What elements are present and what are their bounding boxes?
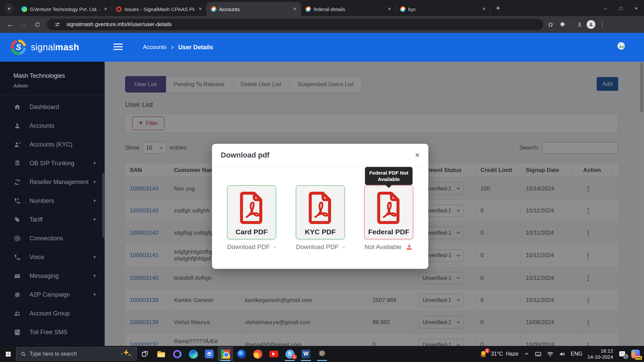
taskbar-app-ide-icon[interactable]: EE — [314, 347, 330, 361]
downloads-icon[interactable] — [575, 19, 585, 29]
download-pdf-action[interactable]: Download PDF — [227, 243, 276, 251]
sidebar-toggle-icon[interactable] — [113, 44, 123, 52]
pdf-card-label: Card PDF — [235, 228, 268, 236]
sidebar-item-label: Messaging — [30, 273, 59, 280]
sidebar-item-a2p-campaign[interactable]: A2P Campaign▼ — [0, 285, 105, 304]
window-maximize-button[interactable]: □ — [613, 0, 629, 16]
federal-pdf-tooltip: Federal PDF Not Available — [365, 167, 413, 185]
download-icon — [343, 243, 345, 251]
hexagon-icon — [14, 235, 21, 242]
brand-logo[interactable]: S signalmash — [0, 33, 105, 62]
sidebar-item-dashboard[interactable]: Dashboard — [0, 98, 105, 116]
pdf-card-box[interactable]: Federal PDF — [364, 185, 413, 239]
taskbar-app-loop-icon[interactable] — [169, 347, 185, 361]
tab-title: Issues - SignalMash CPAAS Plat — [124, 6, 195, 12]
notification-center-icon[interactable]: 1 — [618, 350, 626, 358]
modal-close-icon[interactable]: × — [415, 151, 420, 159]
taskbar-app-firefox-icon[interactable] — [250, 347, 265, 361]
gventure-favicon-icon — [21, 6, 27, 12]
windows-logo-icon — [5, 351, 11, 357]
tab-close-icon[interactable]: × — [386, 6, 392, 12]
tab-title: GVenture Technology Pvt. Ltd. - — [30, 6, 100, 12]
url-bar[interactable]: signalmash.gventure.info/#/user/user-det… — [47, 19, 543, 30]
sidebar-item-accounts[interactable]: Accounts — [0, 116, 105, 135]
home-icon — [14, 104, 21, 111]
window-minimize-button[interactable]: – — [598, 0, 613, 16]
taskbar-app-file-explorer-icon[interactable] — [153, 347, 169, 361]
sidebar-scrollbar[interactable] — [102, 173, 104, 238]
reload-button[interactable] — [32, 19, 43, 30]
new-tab-button[interactable]: + — [496, 3, 500, 13]
browser-tab-issues-signalmash-cpaas-plat[interactable]: Issues - SignalMash CPAAS Plat× — [112, 2, 207, 16]
taskbar-app-edge-icon[interactable] — [185, 347, 201, 361]
tag-icon — [14, 216, 21, 223]
sidebar-item-ob-sip-trunking[interactable]: OB SIP Trunking▼ — [0, 154, 105, 173]
window-close-button[interactable]: × — [629, 0, 644, 16]
tray-date: 14-10-2024 — [587, 354, 613, 360]
back-button[interactable]: ← — [5, 19, 16, 30]
sidebar-item-tariff[interactable]: Tariff▼ — [0, 210, 105, 229]
wifi-icon[interactable] — [547, 351, 554, 358]
browser-menu-icon[interactable]: ⋮ — [597, 19, 607, 29]
sidebar-item-accounts-kyc[interactable]: Accounts (KYC) — [0, 135, 105, 154]
signalmash-logo-icon: S — [11, 40, 26, 55]
tab-close-icon[interactable]: × — [292, 6, 298, 12]
language-indicator[interactable]: ENG — [571, 351, 583, 357]
taskbar-app-youtube-icon[interactable] — [266, 347, 281, 361]
sidebar-item-account-group[interactable]: Account Group — [0, 304, 105, 323]
user-icon — [14, 122, 21, 129]
copilot-sparkle-icon[interactable] — [120, 349, 132, 359]
bookmark-star-icon[interactable] — [545, 19, 555, 29]
sidebar-item-voice[interactable]: Voice▼ — [0, 248, 105, 266]
clock[interactable]: 16:12 14-10-2024 — [587, 348, 613, 360]
sidebar-item-numbers[interactable]: Numbers▼ — [0, 191, 105, 210]
tab-title: Accounts — [219, 6, 289, 12]
user-plus-icon — [14, 141, 21, 148]
touch-keyboard-icon[interactable] — [535, 351, 542, 358]
tab-search-icon[interactable]: ▾ — [4, 3, 14, 13]
taskbar-app-photos-icon[interactable] — [202, 347, 217, 361]
sidebar-item-label: Accounts (KYC) — [30, 141, 72, 148]
tray-expand-chevron-icon[interactable] — [524, 351, 530, 357]
modal-body: Federal PDF Not Available Card PDFDownlo… — [212, 167, 428, 268]
taskbar-app-paint3d-icon[interactable] — [234, 347, 249, 361]
taskbar-app-word-icon[interactable]: W — [298, 347, 314, 361]
weather-widget[interactable]: 1 31°C Haze — [479, 350, 519, 358]
tab-close-icon[interactable]: × — [197, 6, 203, 12]
extensions-icon[interactable] — [557, 19, 568, 29]
browser-tab-kyc[interactable]: kyc× — [396, 2, 490, 16]
volume-icon[interactable] — [559, 351, 566, 358]
pdf-card-kyc-pdf: KYC PDFDownload PDF — [296, 185, 345, 251]
forward-button[interactable]: → — [18, 19, 30, 30]
breadcrumb-chevron-icon: › — [171, 43, 173, 52]
taskbar-search-box[interactable]: Type here to search — [16, 347, 137, 361]
tab-title: kyc — [408, 6, 478, 12]
download-pdf-action[interactable]: Download PDF — [296, 243, 345, 251]
user-avatar-broken-image-icon[interactable] — [616, 41, 627, 52]
signalmash-favicon-icon — [400, 6, 406, 12]
org-name: Mash Technologies — [13, 72, 105, 79]
breadcrumb-accounts-link[interactable]: Accounts — [143, 44, 166, 51]
sidebar-item-messaging[interactable]: Messaging▼ — [0, 266, 105, 285]
pdf-card-box[interactable]: KYC PDF — [296, 185, 345, 239]
sidebar-item-connections[interactable]: Connections — [0, 229, 105, 248]
sidebar-item-label: Connections — [30, 235, 63, 242]
sidebar-item-toll-free-sms[interactable]: Toll Free SMS — [0, 323, 105, 342]
pdf-card-card-pdf: Card PDFDownload PDF — [227, 185, 276, 251]
taskbar-app-task-view-icon[interactable] — [137, 347, 153, 361]
browser-profile-avatar[interactable] — [587, 20, 595, 29]
browser-tab-federal-details[interactable]: federal-details× — [301, 2, 396, 16]
tab-close-icon[interactable]: × — [481, 6, 487, 12]
taskbar-app-skype-icon[interactable]: S1 — [282, 347, 298, 361]
taskbar-app-chrome-icon[interactable] — [218, 347, 233, 361]
copilot-icon[interactable]: PRE — [631, 350, 640, 358]
site-settings-icon[interactable] — [52, 19, 62, 29]
browser-tab-gventure-technology-pvt-ltd[interactable]: GVenture Technology Pvt. Ltd. -× — [17, 2, 112, 16]
sidebar-item-reseller-management[interactable]: Reseller Management▼ — [0, 173, 105, 191]
start-button[interactable] — [0, 346, 16, 362]
browser-tab-accounts[interactable]: Accounts× — [207, 2, 301, 16]
taskbar-search-placeholder: Type here to search — [30, 351, 77, 357]
pdf-card-box[interactable]: Card PDF — [227, 185, 276, 239]
url-text: signalmash.gventure.info/#/user/user-det… — [66, 21, 172, 27]
tab-close-icon[interactable]: × — [103, 6, 109, 12]
